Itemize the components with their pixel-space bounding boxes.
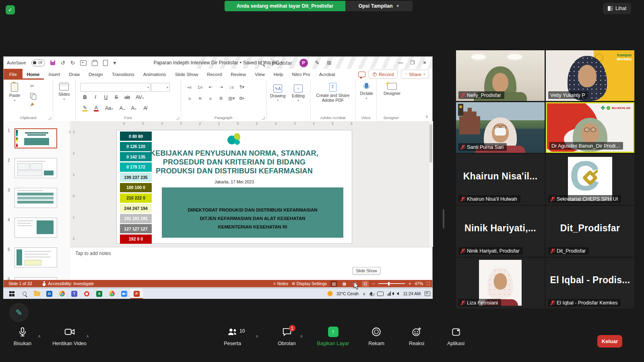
tab-record[interactable]: Record (202, 69, 226, 80)
powerpoint-taskbar-icon[interactable]: P (130, 288, 143, 299)
video-tile-el-iqbal[interactable]: El Iqbal - Prodis... El Iqbal - Prodisfa… (546, 258, 634, 309)
drawing-button[interactable]: ✎A Drawing ▾ (270, 84, 286, 102)
leave-button[interactable]: Keluar (597, 335, 622, 348)
zoom-slider[interactable] (378, 283, 405, 284)
paste-button[interactable]: Paste ▾ (9, 83, 20, 102)
ribbon-display-icon[interactable]: ⊞ (327, 60, 332, 66)
reactions-button[interactable]: Reaksi (400, 327, 433, 346)
swatch[interactable]: 127 127 127 (120, 224, 152, 233)
tab-design[interactable]: Design (84, 69, 107, 80)
share-screen-button[interactable]: ↑ Bagikan Layar (312, 327, 354, 346)
slide-editor[interactable]: 0 80 80 0 126 120 0 142 135 0 179 172 19… (116, 130, 352, 244)
redo-icon[interactable]: ↻ (70, 60, 75, 66)
opera-icon[interactable] (80, 288, 93, 299)
mute-button[interactable]: Bisukan (6, 327, 39, 346)
gallery-scrollbar[interactable] (443, 209, 444, 228)
canvas-scrollbar[interactable] (428, 121, 433, 247)
weather-text[interactable]: 32°C Cerah (336, 291, 359, 296)
zoom-out-button[interactable]: − (372, 281, 375, 286)
slide-sorter-button[interactable]: ▦ (341, 281, 348, 287)
normal-view-button[interactable]: ▤ (330, 281, 337, 287)
tab-file[interactable]: File (4, 69, 23, 80)
tab-help[interactable]: Help (269, 69, 288, 80)
clock[interactable]: 11:24 AM (403, 291, 421, 296)
swatch[interactable]: 210 222 0 (120, 193, 152, 203)
save-icon[interactable] (50, 60, 55, 65)
start-slideshow-icon[interactable] (80, 60, 87, 66)
align-right-icon[interactable]: ≡ (207, 96, 214, 101)
columns-icon[interactable]: ▥▾ (228, 96, 235, 101)
grow-font-button[interactable]: A▴ (120, 105, 125, 111)
slide-thumbnail-4[interactable] (14, 218, 57, 238)
zoom-level[interactable]: 47% (415, 281, 423, 286)
start-button[interactable] (6, 288, 18, 299)
pen-mode-icon[interactable]: ✎ (315, 60, 320, 66)
tab-view[interactable]: View (250, 69, 269, 80)
font-color-button[interactable]: A (94, 105, 99, 111)
restore-button[interactable]: ❐ (407, 60, 419, 66)
slide-thumbnail-3[interactable] (14, 188, 57, 208)
outlook-icon[interactable]: O (43, 288, 56, 299)
tab-slide-show[interactable]: Slide Show (171, 69, 203, 80)
video-tile-liza[interactable]: Liza Fetrisiani (456, 258, 545, 309)
close-button[interactable]: ✕ (419, 60, 431, 66)
notes-toggle[interactable]: ≡Notes (273, 281, 288, 286)
tab-animations[interactable]: Animations (139, 69, 171, 80)
font-dialog-launcher[interactable] (176, 117, 179, 119)
notification-center-icon[interactable] (425, 291, 430, 296)
slideshow-view-button[interactable]: ⊡ (362, 281, 369, 287)
video-tile-santi[interactable]: Santi Purna Sari (456, 102, 545, 153)
align-left-icon[interactable]: ≡ (186, 96, 193, 101)
indent-increase-icon[interactable]: ⇥ (218, 84, 224, 90)
swatch[interactable]: 191 191 191 (120, 214, 152, 223)
video-tile-ninik[interactable]: Ninik Hariyati,... Ninik Hariyati, Prodi… (456, 206, 545, 257)
record-meeting-button[interactable]: Rekam (360, 327, 392, 346)
browser-icon[interactable] (105, 288, 118, 299)
minimize-button[interactable]: — (394, 60, 407, 66)
slide-thumbnail-1[interactable] (14, 128, 57, 148)
taskbar-search-icon[interactable] (18, 288, 31, 299)
collapse-ribbon-icon[interactable]: ∧ (425, 114, 428, 119)
shrink-font-button[interactable]: A▾ (131, 105, 136, 111)
slide-thumbnail-5[interactable] (14, 247, 57, 267)
volume-icon[interactable] (396, 292, 399, 295)
vertical-ruler[interactable]: 3 2 1 0 1 2 3 (71, 130, 76, 247)
chat-chevron[interactable]: ∧ (300, 334, 303, 338)
accessibility-checker[interactable]: Accessibility: Investigate (42, 281, 94, 286)
record-button[interactable]: Record (369, 70, 398, 79)
tab-acrobat[interactable]: Acrobat (315, 69, 340, 80)
text-direction-icon[interactable]: ¶▾ (239, 84, 245, 90)
align-center-icon[interactable]: ≋ (197, 96, 203, 101)
display-settings-button[interactable]: ⊞Display Settings (292, 281, 327, 286)
titlebar-search[interactable]: prodisfar P ✎ ⊞ (260, 57, 332, 69)
slide-org-box[interactable]: DIREKTORAT PRODUKSI DAN DISTRIBUSI KEFAR… (162, 187, 343, 238)
video-tile-vetty[interactable]: Kampus Merdeka Vetty Yulianty P (546, 50, 634, 101)
view-button[interactable]: Lihat (603, 3, 631, 14)
teams-icon[interactable]: T (68, 288, 80, 299)
excel-icon[interactable]: X (93, 288, 105, 299)
participants-button[interactable]: Peserta (213, 327, 252, 346)
dictate-button[interactable]: Dictate ▾ (360, 83, 373, 100)
autosave-toggle[interactable]: Off (31, 60, 45, 66)
tab-home[interactable]: Home (23, 69, 44, 80)
designer-button[interactable]: Designer (384, 83, 400, 96)
clear-formatting-button[interactable]: A̸ (143, 105, 148, 111)
highlight-color-button[interactable]: ✎ (83, 105, 87, 111)
char-spacing-icon[interactable]: ab (124, 95, 130, 100)
customize-toolbar-icon[interactable]: ▾ (113, 60, 116, 66)
format-painter-icon[interactable] (29, 103, 35, 108)
new-slide-button[interactable]: Slides ▾ (58, 83, 70, 101)
bullets-icon[interactable]: •≡ (186, 85, 193, 90)
share-button[interactable]: ↑Share▾ (401, 70, 429, 79)
mute-options-chevron[interactable]: ∧ (38, 334, 41, 338)
copy-icon[interactable] (30, 93, 35, 98)
tab-insert[interactable]: Insert (44, 69, 64, 80)
underline-button[interactable]: U (103, 95, 108, 100)
touch-keyboard-icon[interactable] (377, 292, 384, 296)
clipboard-dialog-launcher[interactable] (48, 117, 51, 119)
text-spacing-button[interactable]: AV▾ (136, 95, 144, 100)
security-shield-icon[interactable]: ✓ (6, 5, 15, 14)
tab-draw[interactable]: Draw (64, 69, 84, 80)
paragraph-dialog-launcher[interactable] (262, 117, 264, 119)
numbering-icon[interactable]: 1≡ (197, 85, 203, 90)
